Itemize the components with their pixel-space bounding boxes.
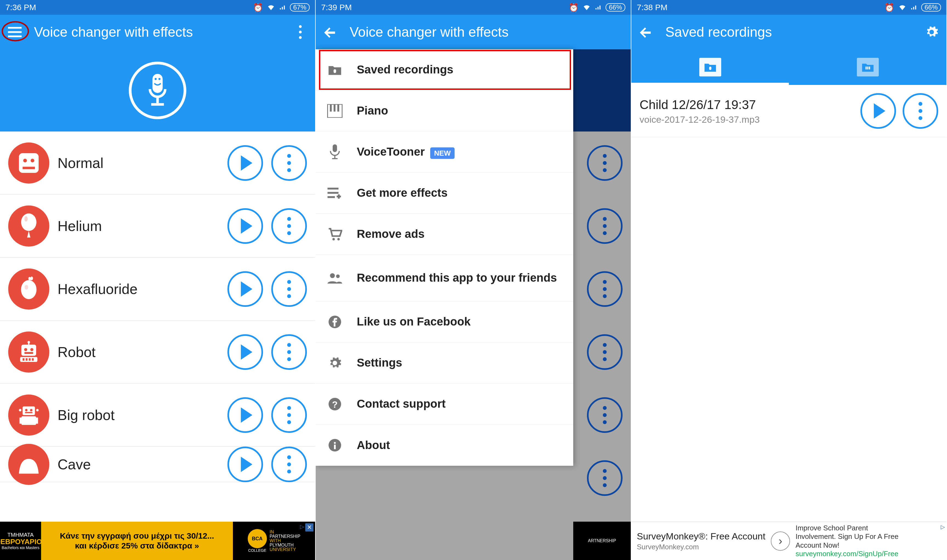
help-icon: ? [326,396,343,412]
recording-options-button[interactable] [902,93,938,129]
partner-text: IN PARTNERSHIP WITH PLYMOUTH UNIVERSITY [269,530,300,552]
ad-banner[interactable]: ΤΜΗΜΑΤΑ ΦΕΒΡΟΥΑΡΙΟΥ Bachelors και Master… [0,522,315,560]
back-button[interactable] [638,24,654,40]
play-button[interactable] [228,334,263,370]
effect-options-button[interactable] [271,334,307,370]
record-button[interactable] [129,62,186,119]
effect-options-button[interactable] [271,397,307,433]
recording-row: Child 12/26/17 19:37 voice-2017-12-26-19… [631,85,947,137]
play-icon [241,345,253,360]
list-plus-icon [326,185,343,202]
dim-options [587,271,622,307]
svg-point-9 [21,214,37,231]
effect-options-button[interactable] [271,446,307,482]
app-bar: Voice changer with effects [316,15,631,49]
play-button[interactable] [228,208,263,244]
dots-icon [287,455,291,474]
effects-list[interactable]: Normal Helium Hexafluoride Robot [0,131,315,482]
app-bar: Saved recordings [631,15,947,49]
play-icon [241,218,253,234]
menu-button[interactable] [6,24,23,40]
battery-indicator: 66% [921,3,941,11]
people-icon [326,270,343,286]
svg-point-2 [159,78,160,80]
record-hero [0,49,315,131]
ad-banner[interactable]: SurveyMonkey®: Free Account SurveyMonkey… [631,522,947,560]
svg-rect-28 [22,416,36,425]
svg-rect-52 [865,66,867,69]
adchoices-icon[interactable]: ▷ [300,523,304,530]
recording-info[interactable]: Child 12/26/17 19:37 voice-2017-12-26-19… [639,97,854,125]
overflow-button[interactable] [292,24,308,40]
drawer-item-remove-ads[interactable]: Remove ads [316,214,573,255]
signal-icon [279,3,286,12]
svg-point-49 [334,442,336,444]
drawer-item-voicetooner[interactable]: VoiceToonerNEW [316,131,573,172]
svg-rect-36 [334,104,336,111]
effect-name: Hexafluoride [57,281,219,297]
play-icon [241,408,253,423]
svg-rect-38 [333,145,337,152]
nav-drawer: Saved recordings Piano VoiceToonerNEW Ge… [316,49,573,466]
ad-arrow-icon[interactable]: › [771,531,790,551]
play-button[interactable] [861,93,896,129]
status-right: ⏰ 67% [253,3,310,12]
wifi-icon [267,3,275,12]
svg-point-14 [24,348,27,351]
svg-rect-4 [151,103,164,106]
play-button[interactable] [228,446,263,482]
dots-icon [287,406,291,424]
effect-options-button[interactable] [271,271,307,307]
app-title: Voice changer with effects [34,24,281,40]
effect-options-button[interactable] [271,145,307,181]
svg-rect-37 [337,104,339,111]
drawer-item-piano[interactable]: Piano [316,91,573,131]
drawer-item-more-effects[interactable]: Get more effects [316,172,573,214]
ad-close-button[interactable]: ✕ [305,523,314,531]
effect-name: Cave [57,456,219,472]
drawer-item-about[interactable]: About [316,425,573,466]
drawer-item-facebook[interactable]: Like us on Facebook [316,302,573,343]
battery-indicator: 67% [290,3,310,11]
folder-mic-icon [326,62,343,78]
piano-icon [326,103,343,119]
drawer-item-recommend[interactable]: Recommend this app to your friends [316,255,573,302]
effect-icon-helium [8,206,49,246]
back-button[interactable] [322,24,339,40]
status-right: ⏰ 66% [884,3,941,12]
svg-point-10 [25,216,28,222]
screen-saved-recordings: 7:38 PM ⏰ 66% Saved recordings Child 12/… [631,0,947,560]
effect-icon-hexafluoride [8,269,49,309]
svg-point-42 [337,238,340,240]
play-button[interactable] [228,271,263,307]
drawer-item-saved-recordings[interactable]: Saved recordings [316,49,573,91]
svg-rect-39 [334,155,336,158]
dim-options [587,145,622,181]
tabs [631,49,947,85]
svg-point-43 [330,273,335,278]
drawer-item-support[interactable]: ? Contact support [316,383,573,425]
effect-options-button[interactable] [271,208,307,244]
recording-filename: voice-2017-12-26-19-37.mp3 [639,114,854,125]
svg-point-41 [333,238,335,240]
svg-point-29 [19,409,22,411]
drawer-item-settings[interactable]: Settings [316,343,573,383]
dots-icon [287,343,291,361]
adchoices-icon[interactable]: ▷ [941,523,945,530]
svg-rect-31 [20,417,22,424]
svg-rect-24 [23,406,35,415]
settings-button[interactable] [924,24,940,40]
effect-icon-cave [8,444,49,485]
tab-voice-recordings[interactable] [631,49,789,85]
screen-drawer: 7:39 PM ⏰ 66% Voice changer with effects… [316,0,631,560]
effect-name: Normal [57,155,219,171]
status-bar: 7:38 PM ⏰ 66% [631,0,947,15]
dots-icon [287,154,291,172]
play-button[interactable] [228,397,263,433]
svg-rect-27 [25,412,32,413]
alarm-icon: ⏰ [884,3,895,12]
tab-piano-recordings[interactable] [789,49,947,85]
play-button[interactable] [228,145,263,181]
svg-point-30 [36,409,38,411]
facebook-icon [326,314,343,330]
